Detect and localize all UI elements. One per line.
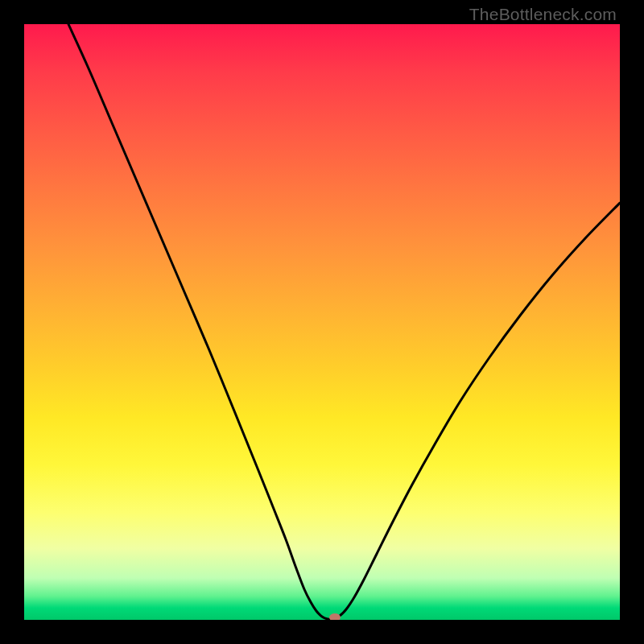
plot-area <box>24 24 620 620</box>
bottleneck-curve <box>68 24 620 619</box>
optimal-point-marker <box>329 613 341 620</box>
curve-svg <box>24 24 620 620</box>
watermark: TheBottleneck.com <box>469 5 617 24</box>
chart-frame: TheBottleneck.com <box>0 0 644 644</box>
